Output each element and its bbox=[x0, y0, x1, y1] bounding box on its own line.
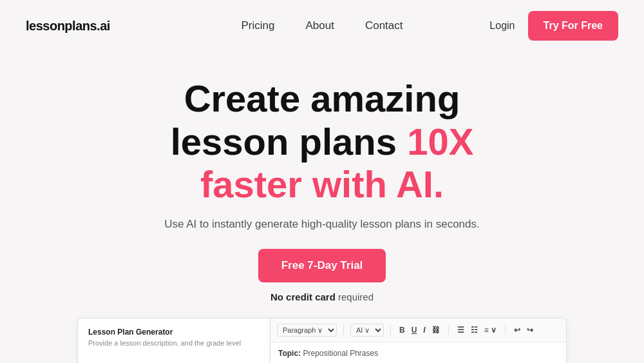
logo-text: lessonplans.ai bbox=[26, 19, 110, 33]
navbar: lessonplans.ai Pricing About Contact Log… bbox=[0, 0, 644, 52]
no-cc-rest: required bbox=[336, 291, 374, 302]
nav-links: Pricing About Contact bbox=[242, 19, 403, 32]
login-button[interactable]: Login bbox=[489, 20, 515, 32]
bullet-list-button[interactable]: ☰ bbox=[455, 324, 466, 336]
toolbar-sep-3 bbox=[448, 326, 449, 335]
bold-button[interactable]: B bbox=[397, 324, 407, 336]
no-cc-bold: No credit card bbox=[270, 291, 336, 302]
hero-title-line3: faster with AI. bbox=[200, 163, 444, 205]
redo-button[interactable]: ↪ bbox=[525, 324, 535, 336]
underline-button[interactable]: U bbox=[410, 324, 419, 336]
nav-item-contact[interactable]: Contact bbox=[365, 19, 403, 32]
no-credit-card-text: No credit card required bbox=[270, 291, 374, 302]
hero-subtitle: Use AI to instantly generate high-qualit… bbox=[164, 218, 480, 231]
trial-button[interactable]: Free 7-Day Trial bbox=[258, 249, 386, 282]
toolbar-list-group: ☰ ☷ ≡ ∨ bbox=[455, 324, 498, 336]
italic-button[interactable]: I bbox=[421, 324, 427, 336]
nav-link-contact[interactable]: Contact bbox=[365, 19, 403, 32]
toolbar-sep-2 bbox=[390, 326, 391, 335]
toolbar-ai-group: AI ∨ bbox=[350, 324, 384, 337]
indent-button[interactable]: ≡ ∨ bbox=[482, 324, 498, 336]
try-free-button[interactable]: Try For Free bbox=[528, 11, 618, 41]
editor-toolbar: Paragraph ∨ AI ∨ B U I ⛓ ☰ ☷ ≡ ∨ bbox=[270, 319, 566, 342]
toolbar-sep-1 bbox=[343, 326, 344, 335]
paragraph-select[interactable]: Paragraph ∨ bbox=[277, 324, 337, 337]
preview-area: Lesson Plan Generator Provide a lesson d… bbox=[0, 318, 644, 363]
generator-card-title: Lesson Plan Generator bbox=[88, 328, 260, 337]
editor-panel: Paragraph ∨ AI ∨ B U I ⛓ ☰ ☷ ≡ ∨ bbox=[270, 318, 567, 363]
topic-label: Topic: bbox=[278, 349, 301, 358]
toolbar-history-group: ↩ ↪ bbox=[512, 324, 535, 336]
undo-button[interactable]: ↩ bbox=[512, 324, 522, 336]
nav-link-about[interactable]: About bbox=[305, 19, 334, 32]
hero-title: Create amazing lesson plans 10X faster w… bbox=[171, 77, 474, 206]
nav-item-pricing[interactable]: Pricing bbox=[242, 19, 275, 32]
topic-line: Topic: Prepositional Phrases bbox=[278, 349, 558, 358]
lesson-plan-generator-card: Lesson Plan Generator Provide a lesson d… bbox=[77, 318, 270, 363]
nav-link-pricing[interactable]: Pricing bbox=[242, 19, 275, 32]
hero-title-line2: lesson plans bbox=[171, 121, 407, 162]
hero-title-line1: Create amazing bbox=[184, 77, 460, 119]
ai-select[interactable]: AI ∨ bbox=[350, 324, 384, 337]
logo: lessonplans.ai bbox=[26, 19, 110, 34]
generator-card-subtitle: Provide a lesson description, and the gr… bbox=[88, 339, 260, 347]
toolbar-format-group: B U I ⛓ bbox=[397, 324, 442, 336]
nav-item-about[interactable]: About bbox=[305, 19, 334, 32]
toolbar-sep-4 bbox=[505, 326, 506, 335]
hero-section: Create amazing lesson plans 10X faster w… bbox=[0, 52, 644, 302]
editor-content: Topic: Prepositional Phrases bbox=[270, 342, 566, 363]
nav-right: Login Try For Free bbox=[489, 11, 618, 41]
hero-title-highlight: 10X bbox=[407, 121, 473, 162]
ordered-list-button[interactable]: ☷ bbox=[469, 324, 480, 336]
toolbar-paragraph-group: Paragraph ∨ bbox=[277, 324, 337, 337]
link-button[interactable]: ⛓ bbox=[430, 324, 442, 336]
topic-value: Prepositional Phrases bbox=[303, 349, 378, 358]
